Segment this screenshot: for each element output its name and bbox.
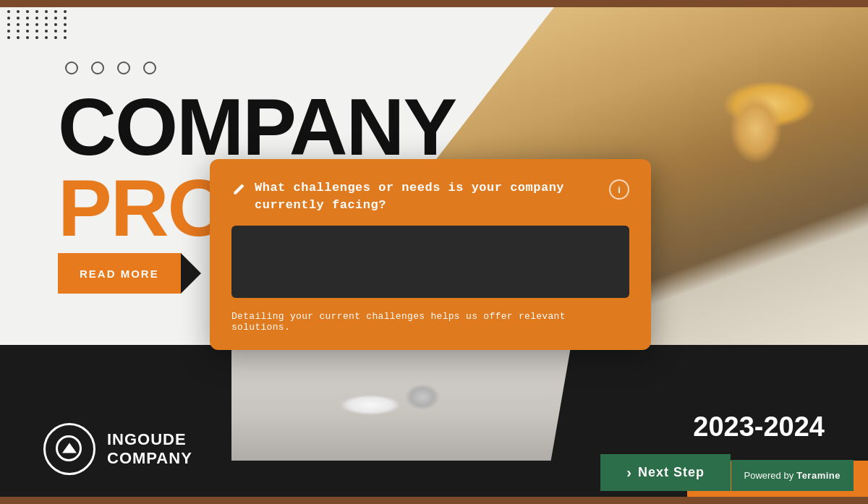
step-indicators — [65, 61, 156, 74]
step-dot-2[interactable] — [91, 61, 104, 74]
logo-icon — [43, 423, 95, 475]
powered-by-prefix: Powered by — [744, 470, 794, 481]
bottom-bar — [0, 497, 868, 504]
read-more-button[interactable]: READ MORE — [58, 253, 181, 294]
next-step-chevron-icon: › — [626, 464, 632, 481]
challenge-modal: What challenges or needs is your company… — [210, 159, 651, 350]
modal-title-area: What challenges or needs is your company… — [231, 179, 609, 214]
logo-chevron-icon — [62, 443, 77, 453]
edit-icon — [231, 182, 247, 198]
next-step-label: Next Step — [638, 465, 705, 480]
read-more-area: READ MORE — [58, 253, 201, 294]
title-company: COMPANY — [58, 87, 456, 168]
dot-grid-decoration — [7, 10, 69, 39]
top-bar — [0, 0, 868, 7]
step-dot-3[interactable] — [117, 61, 130, 74]
modal-question-title: What challenges or needs is your company… — [255, 179, 609, 214]
powered-by-brand: Teramine — [796, 470, 841, 481]
step-dot-1[interactable] — [65, 61, 78, 74]
next-step-button[interactable]: › Next Step — [600, 454, 731, 491]
powered-by-area: Powered by Teramine — [731, 460, 854, 491]
year-text: 2023-2024 — [693, 411, 825, 443]
logo-name-line1: INGOUDE — [107, 430, 192, 449]
challenge-textarea[interactable] — [231, 226, 629, 298]
arrow-decoration — [181, 253, 201, 294]
step-dot-4[interactable] — [143, 61, 156, 74]
modal-header: What challenges or needs is your company… — [231, 179, 629, 214]
modal-info-button[interactable]: i — [609, 179, 629, 200]
modal-hint-text: Detailing your current challenges helps … — [231, 311, 629, 333]
logo-text: INGOUDE COMPANY — [107, 430, 192, 469]
logo-name-line2: COMPANY — [107, 449, 192, 468]
dot-grid-br-decoration: ›››› ›››› ›››› ›››› — [807, 123, 846, 157]
logo-area: INGOUDE COMPANY — [43, 423, 192, 475]
